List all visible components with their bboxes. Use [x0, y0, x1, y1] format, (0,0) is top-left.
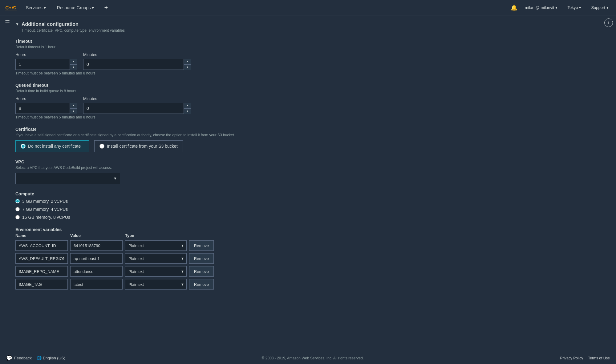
privacy-policy-link[interactable]: Privacy Policy	[560, 356, 583, 360]
copyright-text: © 2008 - 2019, Amazon Web Services, Inc.…	[262, 356, 364, 360]
help-info-icon[interactable]: i	[604, 18, 613, 27]
resource-groups-nav[interactable]: Resource Groups ▾	[55, 4, 97, 11]
env-type-2[interactable]: Plaintext Parameter Store	[125, 253, 187, 264]
queued-minutes-up[interactable]: ▲	[184, 103, 191, 108]
queued-hours-input-wrap: ▲ ▼	[15, 103, 77, 114]
env-remove-2[interactable]: Remove	[189, 253, 214, 264]
sidebar-toggle[interactable]: ☰	[0, 15, 15, 30]
certificate-section: Certificate If you have a self-signed ce…	[15, 127, 604, 152]
queued-hours-up[interactable]: ▲	[70, 103, 77, 108]
env-row: Plaintext Parameter Store ▼ Remove	[15, 240, 604, 251]
env-row: Plaintext Parameter Store ▼ Remove	[15, 253, 604, 264]
env-name-3[interactable]	[15, 266, 68, 277]
cert-option-none[interactable]: Do not install any certificate	[15, 140, 89, 152]
env-type-1[interactable]: Plaintext Parameter Store	[125, 240, 187, 251]
env-row: Plaintext Parameter Store ▼ Remove	[15, 266, 604, 277]
services-chevron-icon: ▾	[44, 5, 46, 10]
feedback-label: Feedback	[14, 356, 32, 360]
feedback-button[interactable]: 💬 Feedback	[6, 355, 32, 361]
section-collapse-toggle[interactable]: ▼	[15, 22, 19, 26]
certificate-description: If you have a self-signed certificate or…	[15, 133, 604, 137]
support-menu[interactable]: Support ▾	[589, 4, 611, 11]
vpc-section: VPC Select a VPC that your AWS CodeBuild…	[15, 159, 604, 184]
region-menu[interactable]: Tokyo ▾	[565, 4, 584, 11]
language-selector[interactable]: 🌐 English (US)	[37, 356, 65, 360]
env-value-3[interactable]	[70, 266, 123, 277]
compute-label: Compute	[15, 191, 604, 196]
feedback-bubble-icon: 💬	[6, 355, 12, 361]
env-value-2[interactable]	[70, 253, 123, 264]
user-chevron-icon: ▾	[555, 5, 557, 10]
env-remove-4[interactable]: Remove	[189, 279, 214, 290]
env-type-4-wrap: Plaintext Parameter Store ▼	[125, 279, 187, 290]
bottom-bar: 💬 Feedback 🌐 English (US) © 2008 - 2019,…	[0, 352, 616, 364]
timeout-hint: Timeout must be between 5 minutes and 8 …	[15, 71, 604, 75]
region-chevron-icon: ▾	[579, 5, 581, 10]
compute-option-7gb-label: 7 GB memory, 4 vCPUs	[22, 207, 68, 212]
compute-radio-3gb[interactable]	[15, 199, 20, 203]
favorites-icon[interactable]: ✦	[103, 3, 110, 12]
env-col-value: Value	[70, 233, 123, 238]
aws-logo[interactable]	[5, 4, 17, 11]
env-col-type: Type	[125, 233, 187, 238]
env-type-3-wrap: Plaintext Parameter Store ▼	[125, 266, 187, 277]
user-menu[interactable]: milan @ milanvit ▾	[522, 4, 560, 11]
timeout-label: Timeout	[15, 39, 604, 44]
top-navigation: Services ▾ Resource Groups ▾ ✦ 🔔 milan @…	[0, 0, 616, 15]
env-vars-label: Environment variables	[15, 227, 604, 232]
timeout-hours-input[interactable]	[15, 59, 77, 70]
env-col-action	[189, 233, 214, 238]
env-remove-1[interactable]: Remove	[189, 240, 214, 251]
env-type-4[interactable]: Plaintext Parameter Store	[125, 279, 187, 290]
timeout-minutes-down[interactable]: ▼	[184, 65, 191, 70]
cert-option-s3[interactable]: Install certificate from your S3 bucket	[94, 140, 183, 152]
vpc-description: Select a VPC that your AWS CodeBuild pro…	[15, 166, 604, 170]
cert-option-s3-label: Install certificate from your S3 bucket	[107, 144, 178, 149]
env-value-4[interactable]	[70, 279, 123, 290]
env-name-2[interactable]	[15, 253, 68, 264]
queued-timeout-description: Default time in build queue is 8 hours	[15, 89, 604, 93]
compute-option-15gb[interactable]: 15 GB memory, 8 vCPUs	[15, 215, 604, 220]
env-name-1[interactable]	[15, 240, 68, 251]
compute-option-7gb[interactable]: 7 GB memory, 4 vCPUs	[15, 207, 604, 212]
timeout-minutes-up[interactable]: ▲	[184, 59, 191, 64]
cert-option-none-label: Do not install any certificate	[28, 144, 81, 149]
resource-groups-chevron-icon: ▾	[92, 5, 94, 10]
env-name-4[interactable]	[15, 279, 68, 290]
timeout-minutes-input[interactable]	[83, 59, 191, 70]
env-type-1-wrap: Plaintext Parameter Store ▼	[125, 240, 187, 251]
env-value-1[interactable]	[70, 240, 123, 251]
vpc-select[interactable]	[15, 173, 120, 184]
vpc-select-wrap: ▼	[15, 173, 120, 184]
env-col-name: Name	[15, 233, 68, 238]
queued-hours-down[interactable]: ▼	[70, 109, 77, 114]
queued-minutes-input[interactable]	[83, 103, 191, 114]
timeout-hours-down[interactable]: ▼	[70, 65, 77, 70]
queued-hours-input[interactable]	[15, 103, 77, 114]
timeout-hours-label: Hours	[15, 52, 77, 57]
env-remove-3[interactable]: Remove	[189, 266, 214, 277]
timeout-minutes-label: Minutes	[83, 52, 191, 57]
cert-radio-s3[interactable]	[99, 144, 104, 149]
certificate-label: Certificate	[15, 127, 604, 132]
queued-minutes-down[interactable]: ▼	[184, 109, 191, 114]
section-header: ▼ Additional configuration Timeout, cert…	[15, 22, 604, 33]
timeout-hours-up[interactable]: ▲	[70, 59, 77, 64]
compute-section: Compute 3 GB memory, 2 vCPUs 7 GB memory…	[15, 191, 604, 220]
queued-hours-label: Hours	[15, 96, 77, 101]
compute-option-15gb-label: 15 GB memory, 8 vCPUs	[22, 215, 70, 220]
notifications-icon[interactable]: 🔔	[511, 4, 517, 11]
compute-radio-15gb[interactable]	[15, 215, 20, 219]
compute-option-3gb[interactable]: 3 GB memory, 2 vCPUs	[15, 199, 604, 204]
services-nav[interactable]: Services ▾	[23, 4, 48, 11]
terms-of-use-link[interactable]: Terms of Use	[588, 356, 610, 360]
queued-minutes-input-wrap: ▲ ▼	[83, 103, 191, 114]
cert-radio-none[interactable]	[21, 144, 26, 149]
env-type-3[interactable]: Plaintext Parameter Store	[125, 266, 187, 277]
compute-radio-7gb[interactable]	[15, 207, 20, 211]
env-type-2-wrap: Plaintext Parameter Store ▼	[125, 253, 187, 264]
compute-options: 3 GB memory, 2 vCPUs 7 GB memory, 4 vCPU…	[15, 199, 604, 220]
certificate-options: Do not install any certificate Install c…	[15, 140, 604, 152]
queued-timeout-hint: Timeout must be between 5 minutes and 8 …	[15, 115, 604, 119]
timeout-minutes-input-wrap: ▲ ▼	[83, 59, 191, 70]
